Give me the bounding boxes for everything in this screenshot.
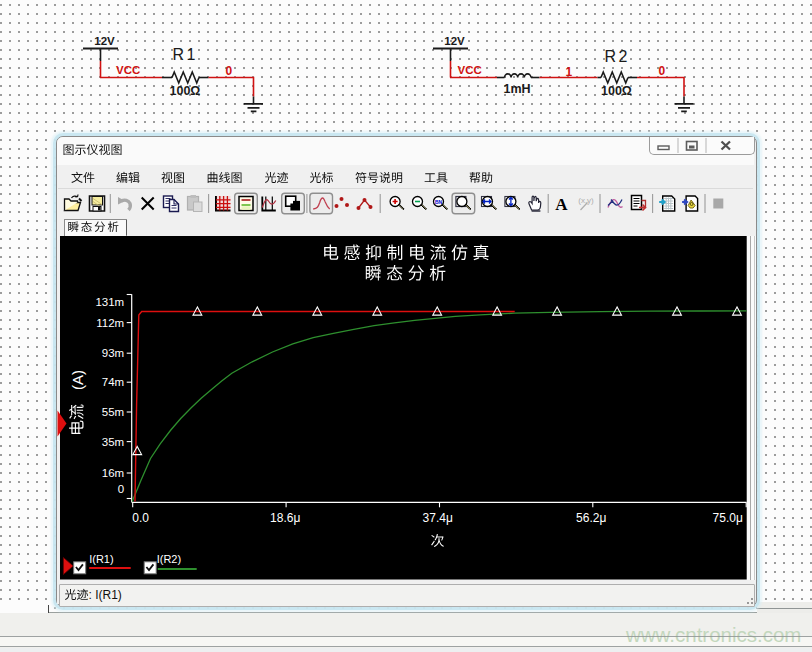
svg-text:131m: 131m xyxy=(95,296,124,308)
svg-text:93m: 93m xyxy=(102,347,124,359)
svg-text:0.0: 0.0 xyxy=(132,511,149,525)
svg-text:0: 0 xyxy=(118,483,124,495)
svg-text:A: A xyxy=(555,195,568,214)
svg-text:56.2μ: 56.2μ xyxy=(576,511,606,525)
svg-text:37.4μ: 37.4μ xyxy=(422,511,452,525)
svg-text:35m: 35m xyxy=(102,436,124,448)
svg-text:BN: BN xyxy=(435,199,443,205)
svg-text:112m: 112m xyxy=(96,317,124,329)
svg-text:I(R2): I(R2) xyxy=(156,553,180,565)
svg-text:75.0μ: 75.0μ xyxy=(712,511,742,525)
svg-text:18.6μ: 18.6μ xyxy=(270,511,300,525)
svg-text:55m: 55m xyxy=(102,406,124,418)
svg-text:16m: 16m xyxy=(102,467,124,479)
svg-text:I(R1): I(R1) xyxy=(89,553,113,565)
svg-text:74m: 74m xyxy=(102,376,124,388)
